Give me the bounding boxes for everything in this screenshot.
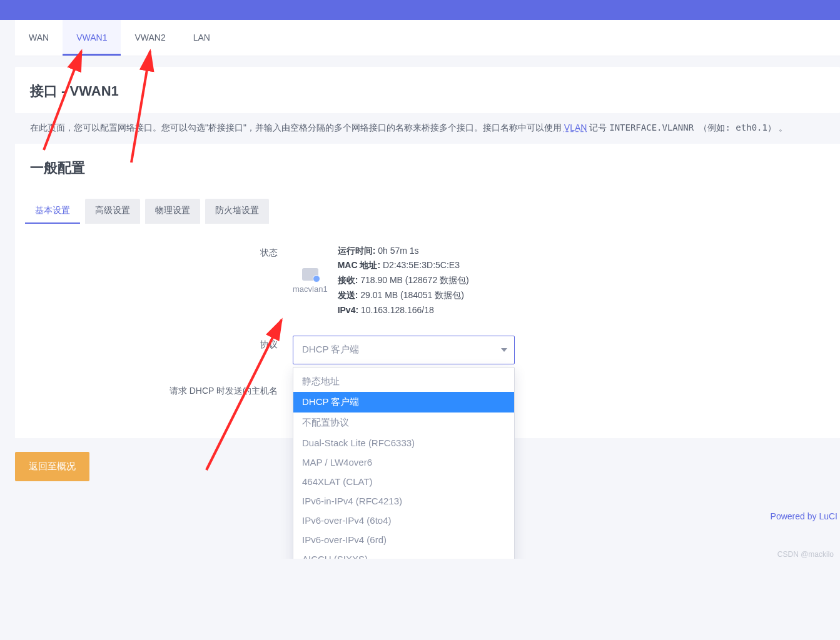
- protocol-option[interactable]: AICCU (SIXXS): [293, 549, 514, 559]
- protocol-option[interactable]: MAP / LW4over6: [293, 452, 514, 472]
- kv-rx-k: 接收:: [338, 275, 358, 285]
- back-to-overview-button[interactable]: 返回至概况: [15, 452, 89, 481]
- protocol-option[interactable]: 不配置协议: [293, 412, 514, 433]
- tab-lan[interactable]: LAN: [180, 20, 224, 56]
- desc-part3: 。: [779, 122, 787, 132]
- protocol-dropdown: 静态地址DHCP 客户端不配置协议Dual-Stack Lite (RFC633…: [293, 367, 515, 559]
- kv-mac-k: MAC 地址:: [338, 260, 380, 270]
- interface-tabs: WANVWAN1VWAN2LAN: [15, 20, 840, 56]
- protocol-select-value: DHCP 客户端: [302, 344, 359, 356]
- protocol-select[interactable]: DHCP 客户端: [293, 336, 515, 364]
- kv-uptime-k: 运行时间:: [338, 246, 376, 256]
- subtab-2[interactable]: 物理设置: [145, 199, 200, 224]
- kv-ip-v: 10.163.128.166/18: [361, 305, 434, 315]
- config-form: 状态 macvlan1 运行时间: 0h 57m 1s MAC 地址: D2:4…: [15, 224, 840, 438]
- kv-mac-v: D2:43:5E:3D:5C:E3: [383, 260, 460, 270]
- interface-title-panel: 接口 - VWAN1: [15, 67, 840, 113]
- status-kv: 运行时间: 0h 57m 1s MAC 地址: D2:43:5E:3D:5C:E…: [338, 244, 469, 318]
- desc-part1: 在此页面，您可以配置网络接口。您可以勾选"桥接接口"，并输入由空格分隔的多个网络…: [30, 122, 564, 132]
- macvlan-icon: [302, 268, 318, 281]
- subtab-0[interactable]: 基本设置: [25, 199, 80, 224]
- tab-vwan1[interactable]: VWAN1: [63, 20, 121, 56]
- label-status: 状态: [30, 244, 293, 259]
- vlan-term[interactable]: VLAN: [564, 122, 587, 132]
- interface-icon-box: macvlan1: [293, 268, 328, 294]
- general-config-panel: 一般配置 基本设置高级设置物理设置防火墙设置 状态 macvlan1 运行时间:…: [15, 144, 840, 438]
- app-topbar: [0, 0, 840, 20]
- protocol-option[interactable]: 静态地址: [293, 371, 514, 392]
- tab-vwan2[interactable]: VWAN2: [121, 20, 179, 56]
- subtab-1[interactable]: 高级设置: [85, 199, 140, 224]
- tab-wan[interactable]: WAN: [15, 20, 63, 56]
- subtab-3[interactable]: 防火墙设置: [205, 199, 269, 224]
- chevron-down-icon: [501, 348, 507, 352]
- desc-part2: 记号: [589, 122, 609, 132]
- protocol-option[interactable]: Dual-Stack Lite (RFC6333): [293, 433, 514, 452]
- kv-uptime-v: 0h 57m 1s: [378, 246, 418, 256]
- kv-ip-k: IPv4:: [338, 305, 358, 315]
- config-subtabs: 基本设置高级设置物理设置防火墙设置: [15, 190, 840, 224]
- protocol-option[interactable]: IPv6-over-IPv4 (6to4): [293, 511, 514, 530]
- protocol-option[interactable]: DHCP 客户端: [293, 392, 514, 412]
- row-protocol: 协议 DHCP 客户端 静态地址DHCP 客户端不配置协议Dual-Stack …: [30, 327, 825, 373]
- protocol-option[interactable]: IPv6-over-IPv4 (6rd): [293, 530, 514, 549]
- kv-tx-v: 29.01 MB (184051 数据包): [360, 290, 464, 300]
- page-description: 在此页面，您可以配置网络接口。您可以勾选"桥接接口"，并输入由空格分隔的多个网络…: [15, 113, 840, 139]
- page-title: 接口 - VWAN1: [15, 67, 840, 113]
- kv-tx-k: 发送:: [338, 290, 358, 300]
- label-hostname: 请求 DHCP 时发送的主机名: [30, 382, 293, 397]
- desc-mono: INTERFACE.VLANNR （例如: eth0.1）: [609, 122, 776, 132]
- label-protocol: 协议: [30, 336, 293, 351]
- protocol-option[interactable]: 464XLAT (CLAT): [293, 472, 514, 491]
- row-status: 状态 macvlan1 运行时间: 0h 57m 1s MAC 地址: D2:4…: [30, 235, 825, 327]
- section-title: 一般配置: [15, 144, 840, 190]
- interface-name: macvlan1: [293, 284, 328, 294]
- kv-rx-v: 718.90 MB (128672 数据包): [360, 275, 469, 285]
- protocol-option[interactable]: IPv6-in-IPv4 (RFC4213): [293, 491, 514, 511]
